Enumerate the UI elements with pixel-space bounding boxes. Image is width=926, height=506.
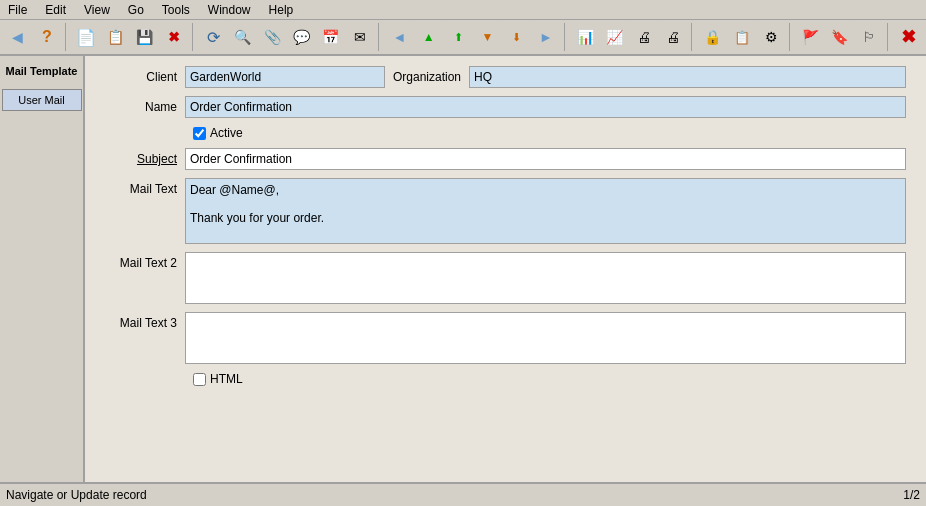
menu-file[interactable]: File xyxy=(4,2,31,18)
html-row: HTML xyxy=(105,372,906,386)
back-button[interactable]: ◀ xyxy=(4,23,31,51)
new-button[interactable]: 📄 xyxy=(73,23,100,51)
mail-text-row: Mail Text Dear @Name@, Thank you for you… xyxy=(105,178,906,244)
email-button[interactable]: ✉ xyxy=(346,23,373,51)
toolbar-sep-2 xyxy=(192,23,196,51)
mail-text2-label: Mail Text 2 xyxy=(105,252,185,270)
name-label: Name xyxy=(105,100,185,114)
report-button[interactable]: 📊 xyxy=(572,23,599,51)
menu-view[interactable]: View xyxy=(80,2,114,18)
active-checkbox[interactable] xyxy=(193,127,206,140)
organization-input[interactable] xyxy=(469,66,906,88)
main-container: Mail Template User Mail Client Organizat… xyxy=(0,56,926,482)
settings-button[interactable]: ⚙ xyxy=(757,23,784,51)
status-bar: Navigate or Update record 1/2 xyxy=(0,482,926,506)
flag-button[interactable]: 🏳 xyxy=(855,23,882,51)
status-page: 1/2 xyxy=(903,488,920,502)
toolbar-sep-5 xyxy=(691,23,695,51)
menu-window[interactable]: Window xyxy=(204,2,255,18)
sidebar: Mail Template User Mail xyxy=(0,56,85,482)
chart-button[interactable]: 📈 xyxy=(601,23,628,51)
organization-label: Organization xyxy=(385,70,469,84)
mail-text2-input[interactable] xyxy=(185,252,906,304)
toolbar: ◀ ? 📄 📋 💾 ✖ ⟳ 🔍 📎 💬 📅 ✉ ◄ ▲ ⬆ ▼ ⬇ ► 📊 📈 … xyxy=(0,20,926,56)
subject-label: Subject xyxy=(105,152,185,166)
refresh-button[interactable]: ⟳ xyxy=(200,23,227,51)
subject-row: Subject xyxy=(105,148,906,170)
delete-button[interactable]: ✖ xyxy=(161,23,188,51)
nav-back-button[interactable]: ◄ xyxy=(386,23,413,51)
chat-button[interactable]: 💬 xyxy=(288,23,315,51)
mail-text3-label: Mail Text 3 xyxy=(105,312,185,330)
flag-red-button[interactable]: 🚩 xyxy=(797,23,824,51)
mail-text-input[interactable]: Dear @Name@, Thank you for your order. xyxy=(185,178,906,244)
nav-top-button[interactable]: ⬆ xyxy=(444,23,471,51)
menu-edit[interactable]: Edit xyxy=(41,2,70,18)
close-window-button[interactable]: ✖ xyxy=(895,23,922,51)
history-button[interactable]: 📅 xyxy=(317,23,344,51)
print-button[interactable]: 🖨 xyxy=(630,23,657,51)
toolbar-sep-1 xyxy=(65,23,69,51)
menu-bar: File Edit View Go Tools Window Help xyxy=(0,0,926,20)
nav-down-button[interactable]: ▼ xyxy=(474,23,501,51)
menu-help[interactable]: Help xyxy=(265,2,298,18)
mail-text2-row: Mail Text 2 xyxy=(105,252,906,304)
toolbar-sep-6 xyxy=(789,23,793,51)
active-row: Active xyxy=(105,126,906,140)
menu-tools[interactable]: Tools xyxy=(158,2,194,18)
attach-button[interactable]: 📎 xyxy=(258,23,285,51)
nav-forward-button[interactable]: ► xyxy=(532,23,559,51)
mail-text3-row: Mail Text 3 xyxy=(105,312,906,364)
html-label: HTML xyxy=(210,372,243,386)
toolbar-sep-3 xyxy=(378,23,382,51)
sidebar-tab-user-mail[interactable]: User Mail xyxy=(2,89,82,111)
save-button[interactable]: 💾 xyxy=(131,23,158,51)
nav-up-button[interactable]: ▲ xyxy=(415,23,442,51)
active-label: Active xyxy=(210,126,243,140)
subject-input[interactable] xyxy=(185,148,906,170)
menu-go[interactable]: Go xyxy=(124,2,148,18)
copy-button[interactable]: 📋 xyxy=(102,23,129,51)
mail-text3-input[interactable] xyxy=(185,312,906,364)
client-label: Client xyxy=(105,70,185,84)
print-preview-button[interactable]: 🖨 xyxy=(660,23,687,51)
bookmark-button[interactable]: 🔖 xyxy=(826,23,853,51)
nav-bottom-button[interactable]: ⬇ xyxy=(503,23,530,51)
client-input[interactable] xyxy=(185,66,385,88)
mail-text-label: Mail Text xyxy=(105,178,185,196)
help-button[interactable]: ? xyxy=(33,23,60,51)
activity-button[interactable]: 📋 xyxy=(728,23,755,51)
content-area: Client Organization Name Active Subject … xyxy=(85,56,926,482)
toolbar-sep-7 xyxy=(887,23,891,51)
sidebar-title: Mail Template xyxy=(2,56,82,87)
status-message: Navigate or Update record xyxy=(6,488,147,502)
name-row: Name xyxy=(105,96,906,118)
toolbar-sep-4 xyxy=(564,23,568,51)
name-input[interactable] xyxy=(185,96,906,118)
zoom-button[interactable]: 🔍 xyxy=(229,23,256,51)
lock-button[interactable]: 🔒 xyxy=(699,23,726,51)
html-checkbox[interactable] xyxy=(193,373,206,386)
client-org-row: Client Organization xyxy=(105,66,906,88)
